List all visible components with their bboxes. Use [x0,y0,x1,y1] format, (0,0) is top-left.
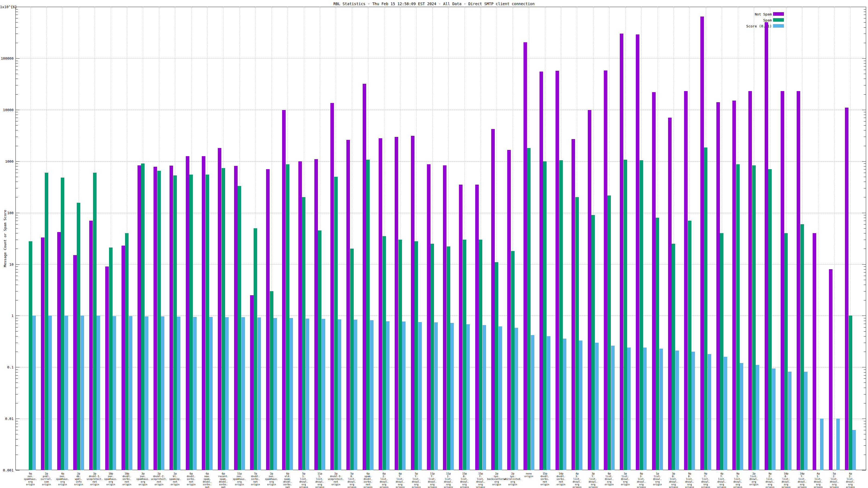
bar-score [483,325,486,470]
bar-score [225,317,229,470]
y-minor-tick [864,300,866,300]
y-minor-tick [16,218,18,218]
y-major-tick [862,7,866,7]
y-minor-tick [864,228,866,229]
bar-score [547,336,550,470]
bar-score [611,346,615,470]
bar-not-spam [524,42,527,470]
y-major-tick [862,264,866,265]
y-minor-tick [864,336,866,336]
bar-spam [511,251,515,470]
bar-spam [93,173,97,470]
legend-label-not-spam: Not Spam [755,12,772,16]
y-tick-label: 0.001 [0,468,13,472]
bar-spam [559,160,563,470]
y-minor-tick [864,321,866,321]
y-minor-tick [16,424,18,424]
y-major-tick [16,110,20,110]
bar-spam [431,244,434,470]
y-minor-tick [16,34,18,34]
bar-spam [495,262,498,470]
y-minor-tick [864,163,866,164]
y-tick-label: 1000 [0,160,13,163]
y-minor-tick [16,249,18,249]
y-minor-tick [16,221,18,221]
x-gridline [818,7,818,470]
bar-spam [61,177,64,470]
y-minor-tick [16,112,18,112]
y-axis-title: Message Count or Spam Score [3,122,7,355]
y-minor-tick [16,85,18,86]
y-minor-tick [864,169,866,169]
bar-score [306,319,309,470]
bar-not-spam [218,148,221,470]
bar-spam [527,148,531,470]
y-minor-tick [16,130,18,130]
bar-spam [720,233,723,470]
y-minor-tick [864,34,866,34]
bar-not-spam [475,185,479,470]
bar-score [740,363,743,470]
y-minor-tick [16,233,18,233]
y-minor-tick [16,163,18,164]
bar-spam [302,197,305,470]
bar-score [724,357,727,470]
bar-spam [672,244,675,470]
bar-score [241,317,245,470]
bar-not-spam [427,164,431,470]
y-minor-tick [16,375,18,376]
bar-spam [640,160,643,470]
y-minor-tick [16,125,18,126]
y-minor-tick [864,372,866,372]
bar-not-spam [636,34,639,470]
bar-not-spam [668,118,672,470]
legend-swatch-not-spam [773,12,784,16]
bar-not-spam [507,150,511,470]
y-minor-tick [16,14,18,15]
y-minor-tick [864,272,866,272]
y-minor-tick [16,22,18,23]
bar-not-spam [459,185,463,470]
bar-spam [607,195,611,470]
y-minor-tick [16,439,18,440]
y-minor-tick [864,324,866,324]
bar-score [338,319,341,470]
y-major-tick [16,470,20,470]
y-minor-tick [864,331,866,332]
y-minor-tick [864,403,866,403]
y-minor-tick [864,18,866,19]
y-minor-tick [864,280,866,280]
bar-score [450,323,454,470]
y-minor-tick [16,266,18,267]
bar-not-spam [346,140,350,470]
y-minor-tick [16,169,18,169]
y-minor-tick [864,285,866,285]
bar-spam [447,247,450,470]
x-axis-group-label: 4@ 2. list. dnswl. org origin [841,472,860,488]
bar-score [289,318,293,470]
y-minor-tick [16,118,18,118]
bar-spam [238,186,241,470]
y-minor-tick [16,146,18,146]
y-minor-tick [16,352,18,352]
y-minor-tick [16,177,18,177]
y-minor-tick [16,182,18,182]
bar-spam [656,218,659,470]
y-minor-tick [864,27,866,28]
bar-score [820,419,824,470]
bar-score [161,316,164,470]
bar-score [579,340,582,470]
y-tick-label: 100000 [0,57,13,60]
y-tick-label: 1x10^{6} [0,5,13,9]
bar-spam [382,236,386,470]
bar-not-spam [797,91,800,470]
y-minor-tick [16,394,18,394]
bar-score [418,322,422,470]
bar-spam [157,171,161,470]
bar-score [675,351,679,470]
bar-score [81,316,84,470]
bar-spam [270,291,273,470]
bar-score [531,335,534,470]
bar-score [145,316,148,470]
bar-spam [575,197,579,470]
